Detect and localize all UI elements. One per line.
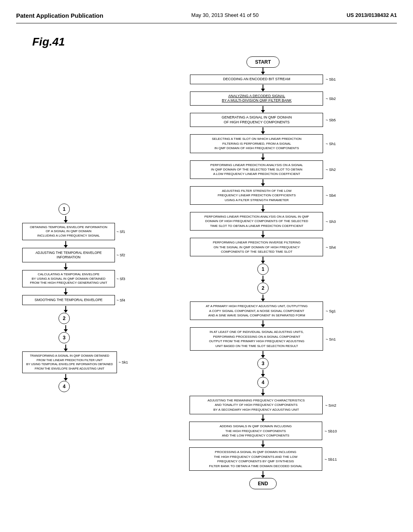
step-sh2: PERFORMING LINEAR PREDICTION ANALYSIS ON… (190, 160, 323, 179)
step-sb11: PROCESSING A SIGNAL IN QMF DOMAIN INCLUD… (189, 447, 322, 471)
label-sb4: ~ Sb4 (325, 193, 336, 197)
circle-3-right: 3 (257, 358, 269, 369)
header-left: Patent Application Publication (16, 12, 103, 19)
label-sf4: ~ Sf4 (117, 298, 125, 302)
circle-4-right: 4 (257, 377, 269, 388)
label-sb10: ~ Sb10 (325, 429, 337, 433)
step-sf1: OBTAINING TEMPORAL ENVELOPE INFORMATION … (22, 223, 115, 240)
header-right: US 2013/0138432 A1 (346, 12, 397, 18)
step-sb2: ANALYZING A DECODED SIGNAL BY A MULTI-DI… (190, 91, 323, 106)
step-sm2: ADJUSTING THE REMAINING FREQUENCY CHARAC… (190, 396, 323, 414)
label-sg1: ~ Sg1 (325, 309, 336, 313)
label-sh3: ~ Sh3 (325, 219, 336, 224)
step-sf3: CALCULATING A TEMPORAL ENVELOPE BY USING… (22, 270, 115, 287)
start-node: START (246, 56, 279, 68)
step-sb10: ADDING SIGNALS IN QMF DOMAIN INCLUDING T… (189, 422, 322, 440)
circle-1-left: 1 (58, 204, 70, 215)
step-sf2: ADJUSTING THE TEMPORAL ENVELOPE INFORMAT… (22, 248, 115, 262)
label-sh4: ~ Sh4 (325, 245, 336, 249)
label-sh2: ~ Sh2 (325, 167, 336, 172)
step-sb1: DECODING AN ENCODED BIT STREAM (190, 75, 323, 84)
label-sb1: ~ Sb1 (325, 77, 336, 81)
circle-4-left: 4 (58, 381, 70, 392)
page: Patent Application Publication May 30, 2… (0, 0, 413, 532)
page-header: Patent Application Publication May 30, 2… (16, 12, 397, 23)
label-sh1: ~ Sh1 (325, 141, 336, 146)
end-node: END (249, 478, 276, 489)
fig-label: Fig.41 (32, 35, 397, 48)
label-sf3: ~ Sf3 (117, 277, 125, 281)
label-sb11: ~ Sb11 (325, 457, 337, 461)
step-sk1: TRANSFORMING A SIGNAL IN QMF DOMAIN OBTA… (22, 351, 117, 373)
label-sf1: ~ Sf1 (117, 230, 125, 234)
label-sk1: ~ Sk1 (119, 360, 128, 364)
step-sh3: PERFORMING LINEAR PREDICTION ANALYSIS ON… (190, 212, 323, 231)
step-sb4: ADJUSTING FILTER STRENGTH OF THE LOW FRE… (190, 186, 323, 205)
label-sm2: ~ Sm2 (325, 403, 336, 407)
label-sf2: ~ Sf2 (117, 253, 125, 257)
step-sf4: SMOOTHING THE TEMPORAL ENVELOPE (22, 295, 115, 305)
step-sh1: SELECTING A TIME SLOT ON WHICH LINEAR PR… (190, 134, 323, 153)
step-sn1: IN AT LEAST ONE OF INDIVIDUAL SIGNAL ADJ… (190, 327, 323, 351)
circle-2-right: 2 (257, 283, 269, 294)
step-sb5: GENERATING A SIGNAL IN QMF DOMAIN OF HIG… (190, 113, 323, 127)
label-sn1: ~ Sn1 (325, 337, 336, 341)
label-sb2: ~ Sb2 (325, 96, 336, 101)
step-sh4: PERFORMING LINEAR PREDICTION INVERSE FIL… (190, 238, 323, 256)
step-sg1: AT A PRIMARY HIGH FREQUENCY ADJUSTING UN… (190, 301, 323, 320)
circle-3-left: 3 (58, 332, 70, 343)
header-center: May 30, 2013 Sheet 41 of 50 (191, 12, 259, 18)
label-sb5: ~ Sb5 (325, 118, 336, 122)
circle-1-right: 1 (257, 264, 269, 275)
circle-2-left: 2 (58, 313, 70, 324)
